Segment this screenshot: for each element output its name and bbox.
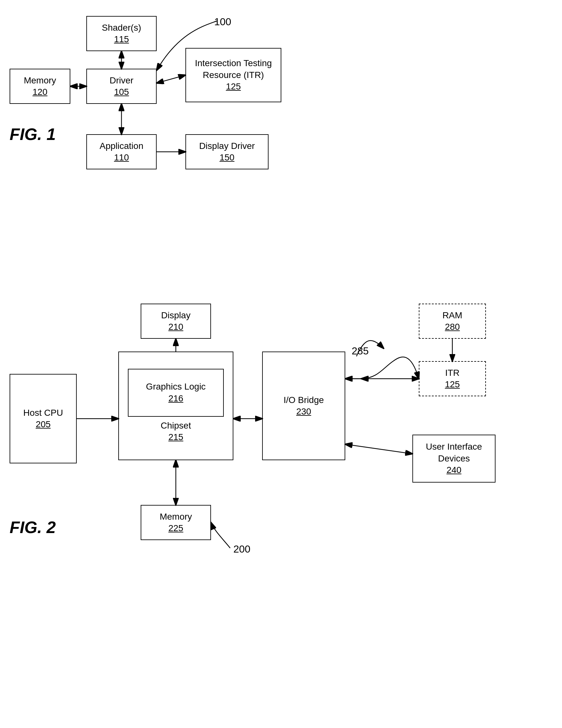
svg-line-14	[345, 444, 412, 454]
fig2-285-label: 285	[352, 345, 369, 357]
box-graphics-logic: Graphics Logic 216	[128, 369, 224, 417]
diagram-container: Shader(s) 115 Driver 105 Memory 120 Inte…	[0, 0, 562, 728]
box-chipset: Graphics Logic 216 Chipset 215	[118, 352, 233, 460]
box-ui-devices: User Interface Devices 240	[412, 435, 496, 483]
box-display: Display 210	[141, 304, 211, 339]
box-memory-fig2: Memory 225	[141, 505, 211, 540]
box-application: Application 110	[86, 134, 157, 169]
box-shaders: Shader(s) 115	[86, 16, 157, 51]
box-ram: RAM 280	[419, 304, 486, 339]
fig2-ref: 200	[233, 543, 250, 555]
box-host-cpu: Host CPU 205	[10, 374, 77, 463]
box-display-driver: Display Driver 150	[185, 134, 268, 169]
box-io-bridge: I/O Bridge 230	[262, 352, 345, 460]
box-memory-fig1: Memory 120	[10, 69, 70, 104]
fig1-label: FIG. 1	[10, 125, 56, 144]
svg-line-4	[157, 75, 185, 83]
box-itr-fig1: Intersection Testing Resource (ITR) 125	[185, 48, 281, 102]
box-driver: Driver 105	[86, 69, 157, 104]
fig1-ref: 100	[214, 16, 231, 28]
box-itr-fig2: ITR 125	[419, 361, 486, 396]
fig2-label: FIG. 2	[10, 518, 56, 537]
